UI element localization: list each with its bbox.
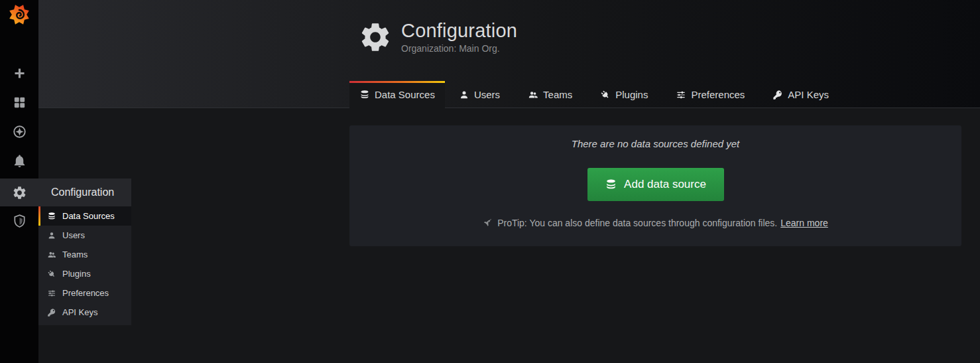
flyout-item-label: Data Sources <box>62 211 115 221</box>
tab-label: API Keys <box>788 89 829 100</box>
page-header: Configuration Organization: Main Org. <box>358 20 517 54</box>
plus-icon <box>13 66 27 80</box>
tab-bar: Data Sources Users Teams Plugins Prefere… <box>349 80 843 108</box>
flyout-item-label: Plugins <box>62 269 91 279</box>
shield-icon <box>12 214 27 229</box>
tab-api-keys[interactable]: API Keys <box>759 81 843 108</box>
sidebar-item-server-admin[interactable] <box>0 208 38 234</box>
tab-preferences[interactable]: Preferences <box>662 81 759 108</box>
tab-plugins[interactable]: Plugins <box>586 81 662 108</box>
dashboards-grid-icon <box>12 95 27 110</box>
flyout-item-teams[interactable]: Teams <box>38 245 131 264</box>
database-icon <box>47 212 56 221</box>
content-panel: There are no data sources defined yet Ad… <box>349 125 961 246</box>
grafana-logo-icon <box>8 3 31 26</box>
sliders-icon <box>47 289 56 298</box>
page-subtitle: Organization: Main Org. <box>401 43 517 54</box>
flyout-item-users[interactable]: Users <box>38 226 131 245</box>
page-header-titles: Configuration Organization: Main Org. <box>401 21 517 54</box>
flyout-item-data-sources[interactable]: Data Sources <box>38 206 131 226</box>
bell-icon <box>12 153 27 169</box>
page-header-band: Configuration Organization: Main Org. Da… <box>38 0 980 108</box>
grafana-app: Configuration Organization: Main Org. Da… <box>0 0 980 363</box>
compass-icon <box>12 124 27 139</box>
protip: ProTip: You can also define data sources… <box>349 218 961 228</box>
tab-teams[interactable]: Teams <box>514 81 586 108</box>
sidebar-item-create[interactable] <box>0 60 38 86</box>
plug-icon <box>47 269 56 279</box>
tab-users[interactable]: Users <box>445 81 514 108</box>
configuration-flyout: Configuration Data Sources Users Teams P… <box>38 179 131 325</box>
flyout-item-label: Preferences <box>62 288 109 298</box>
database-icon <box>605 179 617 191</box>
key-icon <box>47 308 56 317</box>
key-icon <box>772 90 783 100</box>
user-icon <box>47 231 56 240</box>
add-data-source-button[interactable]: Add data source <box>587 168 724 201</box>
sidebar-item-configuration[interactable] <box>0 179 38 206</box>
user-icon <box>459 90 469 100</box>
flyout-menu: Data Sources Users Teams Plugins Prefere… <box>38 206 131 322</box>
flyout-item-api-keys[interactable]: API Keys <box>38 303 131 322</box>
tab-label: Teams <box>543 89 572 100</box>
tab-label: Data Sources <box>375 89 435 100</box>
database-icon <box>359 90 370 100</box>
sidebar <box>0 0 38 363</box>
plug-icon <box>600 90 611 100</box>
sliders-icon <box>676 90 686 100</box>
flyout-item-label: Users <box>62 230 85 240</box>
grafana-logo[interactable] <box>8 3 31 26</box>
flyout-item-preferences[interactable]: Preferences <box>38 283 131 303</box>
flyout-item-plugins[interactable]: Plugins <box>38 264 131 283</box>
add-button-label: Add data source <box>624 178 706 191</box>
flyout-item-label: API Keys <box>62 307 97 317</box>
configuration-gear-icon <box>358 20 393 54</box>
tab-label: Users <box>474 89 500 100</box>
tab-data-sources[interactable]: Data Sources <box>349 81 445 108</box>
learn-more-link[interactable]: Learn more <box>780 218 828 228</box>
sidebar-item-explore[interactable] <box>0 118 38 145</box>
page-title: Configuration <box>401 21 517 42</box>
gear-icon <box>12 185 27 200</box>
protip-text: ProTip: You can also define data sources… <box>497 218 777 228</box>
tab-label: Preferences <box>691 89 745 100</box>
rocket-icon <box>483 218 493 228</box>
empty-state-message: There are no data sources defined yet <box>349 138 961 149</box>
flyout-title: Configuration <box>38 179 131 206</box>
sidebar-item-alerting[interactable] <box>0 147 38 174</box>
sidebar-item-dashboards[interactable] <box>0 89 38 115</box>
tab-label: Plugins <box>615 89 648 100</box>
team-icon <box>47 250 56 259</box>
flyout-item-label: Teams <box>62 250 88 259</box>
team-icon <box>528 90 538 100</box>
